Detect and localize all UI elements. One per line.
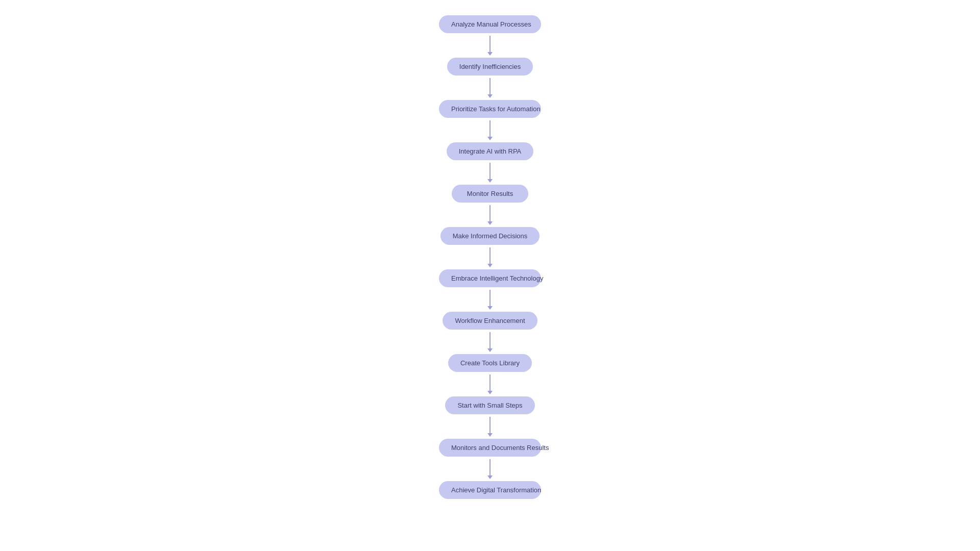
- arrow-2: [487, 76, 493, 100]
- node-12: Achieve Digital Transformation: [439, 481, 541, 499]
- flowchart: Analyze Manual ProcessesIdentify Ineffic…: [439, 10, 541, 504]
- arrow-7: [487, 287, 493, 312]
- node-10: Start with Small Steps: [445, 396, 534, 414]
- arrow-10: [487, 414, 493, 439]
- arrow-4: [487, 160, 493, 185]
- arrow-9: [487, 372, 493, 396]
- node-11: Monitors and Documents Results: [439, 439, 541, 457]
- arrow-5: [487, 203, 493, 227]
- arrow-11: [487, 457, 493, 481]
- arrow-6: [487, 245, 493, 269]
- node-4: Integrate AI with RPA: [447, 142, 534, 160]
- node-7: Embrace Intelligent Technology: [439, 269, 541, 287]
- arrow-1: [487, 33, 493, 58]
- node-9: Create Tools Library: [448, 354, 532, 372]
- node-1: Analyze Manual Processes: [439, 15, 541, 33]
- node-6: Make Informed Decisions: [440, 227, 540, 245]
- node-2: Identify Inefficiencies: [447, 58, 533, 76]
- arrow-3: [487, 118, 493, 142]
- node-3: Prioritize Tasks for Automation: [439, 100, 541, 118]
- node-5: Monitor Results: [452, 185, 528, 203]
- node-8: Workflow Enhancement: [443, 312, 537, 330]
- arrow-8: [487, 330, 493, 354]
